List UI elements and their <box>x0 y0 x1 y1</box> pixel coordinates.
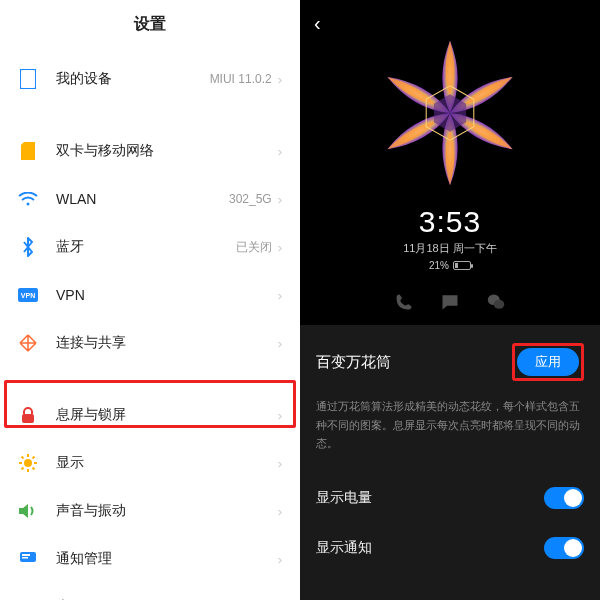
settings-item-vpn[interactable]: VPN VPN › <box>0 271 300 319</box>
chevron-right-icon: › <box>278 144 282 159</box>
settings-item-share[interactable]: 连接与共享 › <box>0 319 300 367</box>
vpn-icon: VPN <box>18 285 38 305</box>
kaleidoscope-graphic <box>365 28 535 198</box>
aod-preview: ‹ 3:53 11月18日 周一下午 <box>300 0 600 325</box>
notify-icon <box>18 549 38 569</box>
highlight-box: 应用 <box>512 343 584 381</box>
item-label: 息屏与锁屏 <box>56 406 278 424</box>
row-label: 显示电量 <box>316 489 372 507</box>
chevron-right-icon: › <box>278 552 282 567</box>
share-icon <box>18 333 38 353</box>
aod-settings-panel: 百变万花筒 应用 通过万花筒算法形成精美的动态花纹，每个样式包含五种不同的图案。… <box>300 325 600 600</box>
item-value: 已关闭 <box>236 239 272 256</box>
apply-button[interactable]: 应用 <box>517 348 579 376</box>
sim-icon <box>18 141 38 161</box>
battery-indicator: 21% <box>300 260 600 271</box>
chevron-right-icon: › <box>278 408 282 423</box>
chevron-right-icon: › <box>278 240 282 255</box>
svg-rect-15 <box>22 554 30 556</box>
settings-item-sound[interactable]: 声音与振动 › <box>0 487 300 535</box>
settings-item-home[interactable]: 桌面 › <box>0 583 300 600</box>
settings-pane: 设置 我的设备 MIUI 11.0.2 › 双卡与移动网络 › WLAN 302… <box>0 0 300 600</box>
quick-icons <box>300 293 600 311</box>
svg-line-12 <box>22 468 24 470</box>
svg-text:VPN: VPN <box>21 292 35 299</box>
back-icon[interactable]: ‹ <box>314 12 321 35</box>
svg-line-13 <box>33 457 35 459</box>
clock-block: 3:53 11月18日 周一下午 21% <box>300 205 600 271</box>
item-label: 声音与振动 <box>56 502 278 520</box>
battery-icon <box>453 261 471 270</box>
row-label: 显示通知 <box>316 539 372 557</box>
svg-point-5 <box>24 459 32 467</box>
sound-icon <box>18 501 38 521</box>
svg-rect-0 <box>20 69 36 89</box>
item-value: 302_5G <box>229 192 272 206</box>
item-label: 蓝牙 <box>56 238 236 256</box>
panel-title: 百变万花筒 <box>316 353 391 372</box>
item-label: 我的设备 <box>56 70 210 88</box>
chevron-right-icon: › <box>278 288 282 303</box>
clock-time: 3:53 <box>300 205 600 239</box>
lock-icon <box>18 405 38 425</box>
chevron-right-icon: › <box>278 456 282 471</box>
item-label: 通知管理 <box>56 550 278 568</box>
chevron-right-icon: › <box>278 504 282 519</box>
chevron-right-icon: › <box>278 72 282 87</box>
chevron-right-icon: › <box>278 192 282 207</box>
item-label: VPN <box>56 287 278 303</box>
wifi-icon <box>18 189 38 209</box>
svg-point-20 <box>494 300 505 309</box>
settings-item-bluetooth[interactable]: 蓝牙 已关闭 › <box>0 223 300 271</box>
svg-line-10 <box>22 457 24 459</box>
toggle-row-battery: 显示电量 <box>300 473 600 523</box>
chevron-right-icon: › <box>278 336 282 351</box>
settings-item-display[interactable]: 显示 › <box>0 439 300 487</box>
svg-line-11 <box>33 468 35 470</box>
clock-date: 11月18日 周一下午 <box>300 241 600 256</box>
toggle-row-notifications: 显示通知 <box>300 523 600 573</box>
item-label: 双卡与移动网络 <box>56 142 278 160</box>
item-value: MIUI 11.0.2 <box>210 72 272 86</box>
svg-point-1 <box>27 203 30 206</box>
aod-preview-pane: ‹ 3:53 11月18日 周一下午 <box>300 0 600 600</box>
battery-percent: 21% <box>429 260 449 271</box>
settings-item-notifications[interactable]: 通知管理 › <box>0 535 300 583</box>
panel-description: 通过万花筒算法形成精美的动态花纹，每个样式包含五种不同的图案。息屏显示每次点亮时… <box>300 391 600 473</box>
page-title: 设置 <box>0 0 300 55</box>
device-icon <box>18 69 38 89</box>
display-icon <box>18 453 38 473</box>
item-label: WLAN <box>56 191 229 207</box>
bluetooth-icon <box>18 237 38 257</box>
item-label: 显示 <box>56 454 278 472</box>
wechat-icon <box>487 293 505 311</box>
settings-item-device[interactable]: 我的设备 MIUI 11.0.2 › <box>0 55 300 103</box>
settings-item-lockscreen[interactable]: 息屏与锁屏 › <box>0 391 300 439</box>
svg-rect-16 <box>22 557 28 559</box>
message-icon <box>441 293 459 311</box>
svg-marker-18 <box>434 94 466 131</box>
settings-item-wlan[interactable]: WLAN 302_5G › <box>0 175 300 223</box>
phone-icon <box>395 293 413 311</box>
item-label: 连接与共享 <box>56 334 278 352</box>
toggle-switch[interactable] <box>544 537 584 559</box>
svg-rect-4 <box>22 414 34 423</box>
settings-item-sim[interactable]: 双卡与移动网络 › <box>0 127 300 175</box>
toggle-switch[interactable] <box>544 487 584 509</box>
